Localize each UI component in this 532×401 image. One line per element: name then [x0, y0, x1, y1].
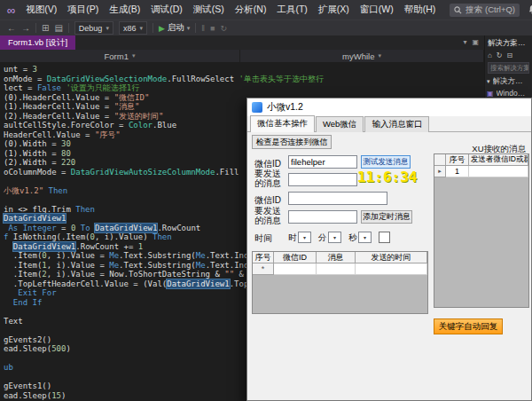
home-icon[interactable]: ⌂	[488, 51, 492, 59]
menu-item[interactable]: 测试(S)	[188, 4, 230, 16]
toolbar-separator	[35, 23, 36, 33]
chevron-down-icon: ▾	[187, 25, 191, 32]
timer-message-label: 要发送的消息	[254, 207, 285, 225]
current-row-marker: ▸	[434, 166, 446, 177]
second-label: 秒	[348, 232, 357, 244]
grid-corner-cell	[434, 154, 446, 166]
column-header-index: 序号	[446, 154, 469, 166]
app-icon	[252, 102, 262, 113]
hour-spinner[interactable]: ▾	[298, 232, 311, 243]
hour-label: 时	[288, 232, 297, 244]
menu-item[interactable]: 工具(T)	[271, 4, 312, 16]
column-header-sendtime: 发送的时间	[356, 252, 427, 263]
wxid-input[interactable]	[288, 155, 357, 169]
menu-item[interactable]: 项目(P)	[62, 4, 104, 16]
keyword-auto-reply-button[interactable]: 关键字自动回复	[434, 318, 503, 334]
menu-item[interactable]: 生成(B)	[104, 4, 145, 16]
menu-items: 视图(V)项目(P)生成(B)调试(D)测试(S)分析(N)工具(T)扩展(X)…	[20, 4, 441, 16]
chevron-expanded-icon: ▾	[487, 78, 490, 85]
navigate-back-icon[interactable]: ←	[7, 23, 16, 33]
chevron-down-icon: ▾	[139, 25, 143, 32]
timer-message-input[interactable]	[288, 210, 357, 224]
tab-form1-designer[interactable]: Form1.vb [设计]	[0, 35, 75, 50]
refresh-icon[interactable]: ↻	[497, 51, 503, 59]
screen: ∞ 视图(V)项目(P)生成(B)调试(D)测试(S)分析(N)工具(T)扩展(…	[0, 0, 532, 401]
app-window: 小微v1.2 微信基本操作 Web微信 输入消息窗口 检查是否连接到微信 微信I…	[246, 98, 532, 401]
menu-item[interactable]: 扩展(X)	[313, 4, 355, 16]
pane-header-mywhile[interactable]: myWhile ▾	[240, 50, 483, 62]
app-tab-page: 检查是否连接到微信 微信ID 测试发送消息 要发送的消息 11:6:34 微信I…	[247, 132, 531, 400]
collapse-all-icon[interactable]: ⊟	[507, 51, 513, 59]
column-header-message: 消息	[317, 252, 356, 263]
start-debugging-button[interactable]: ▶ 启动 ▾	[159, 22, 190, 34]
solution-explorer-search[interactable]: 搜索解决方案资源管理器(Ctrl+;)	[488, 62, 529, 74]
column-header-sender: 发送者微信ID或群	[469, 154, 528, 166]
menu-item[interactable]: 窗口(W)	[355, 4, 399, 16]
chevron-down-icon: ▾	[378, 52, 381, 59]
tab-input-message-window[interactable]: 输入消息窗口	[364, 116, 429, 132]
tab-wechat-basic[interactable]: 微信基本操作	[250, 115, 315, 132]
chevron-down-icon: ▾	[132, 52, 136, 59]
new-row-header: *	[253, 263, 274, 275]
app-title: 小微v1.2	[267, 101, 303, 114]
timer-enable-checkbox[interactable]	[379, 232, 390, 243]
menu-bar: ∞ 视图(V)项目(P)生成(B)调试(D)测试(S)分析(N)工具(T)扩展(…	[0, 0, 532, 20]
time-label: 时间	[254, 232, 272, 245]
menu-item[interactable]: 分析(N)	[230, 4, 272, 16]
second-spinner[interactable]: ▾	[358, 232, 372, 243]
toolbar-separator	[68, 23, 69, 33]
navigate-forward-icon[interactable]: →	[21, 23, 30, 33]
timer-wxid-input[interactable]	[288, 192, 387, 205]
column-header-wxid: 微信ID	[274, 252, 317, 263]
add-timed-message-button[interactable]: 添加定时消息	[361, 210, 412, 224]
vs-logo-icon: ∞	[0, 4, 20, 17]
grid-corner-cell: 序号	[253, 252, 274, 263]
float-window-icon[interactable]: ▣	[472, 38, 479, 46]
received-messages-grid[interactable]: 序号 发送者微信ID或群 ▸ 1	[434, 153, 529, 308]
app-title-bar[interactable]: 小微v1.2	[247, 98, 531, 116]
toolbar-separator	[153, 23, 153, 33]
test-send-button[interactable]: 测试发送消息	[361, 155, 411, 169]
chevron-down-icon: ▾	[106, 25, 109, 32]
message-input[interactable]	[288, 173, 357, 186]
save-icon[interactable]: ▤	[54, 23, 62, 33]
solution-config-dropdown[interactable]: Debug ▾	[74, 21, 113, 35]
search-placeholder: 搜索 (Ctrl+Q)	[466, 4, 515, 16]
pause-icon[interactable]: ‖	[201, 24, 205, 33]
menu-item[interactable]: 调试(D)	[145, 4, 188, 16]
run-label: 启动	[168, 22, 184, 34]
stop-icon[interactable]: ■	[210, 24, 215, 33]
minute-spinner[interactable]: ▾	[328, 232, 341, 243]
solution-explorer-title: 解决方案资源管理器	[485, 35, 532, 51]
search-icon	[454, 6, 462, 14]
app-tab-strip: 微信基本操作 Web微信 输入消息窗口	[247, 116, 531, 132]
scheduled-messages-grid[interactable]: 序号 微信ID 消息 发送的时间 *	[252, 251, 428, 314]
tab-list-chevron-icon[interactable]: ▾	[463, 38, 466, 46]
menu-item[interactable]: 帮助(H)	[399, 4, 442, 16]
tab-web-wechat[interactable]: Web微信	[316, 116, 364, 132]
pane-header-form1[interactable]: Form1 ▾	[0, 50, 240, 62]
standard-toolbar: ← → ⊞ ▤ Debug ▾ x86 ▾ ▶ 启动 ▾ ‖ ■ ↻	[0, 20, 532, 35]
menu-item[interactable]: 视图(V)	[20, 4, 62, 16]
clock-display: 11:6:34	[357, 169, 417, 185]
tree-item-solution[interactable]: ▾ 解决方案"WindowsApp4"	[485, 75, 532, 88]
restart-icon[interactable]: ↻	[221, 24, 228, 33]
table-row[interactable]: ▸ 1	[434, 166, 528, 177]
vb-project-icon: ▣	[487, 90, 494, 98]
quick-search-box[interactable]: 搜索 (Ctrl+Q)	[450, 4, 520, 17]
new-file-icon[interactable]: ⊞	[42, 23, 49, 33]
timer-wxid-label: 微信ID	[254, 194, 281, 207]
platform-dropdown[interactable]: x86 ▾	[119, 21, 147, 35]
check-connection-button[interactable]: 检查是否连接到微信	[252, 135, 332, 149]
toolbar-separator	[195, 23, 196, 33]
minute-label: 分	[318, 232, 327, 244]
document-tab-bar: Form1.vb [设计] ▾ ▣	[0, 35, 532, 50]
play-icon: ▶	[159, 24, 165, 33]
row-index-cell: 1	[446, 166, 469, 177]
notifications-bell-icon[interactable]	[528, 5, 532, 14]
table-row[interactable]: *	[253, 263, 427, 275]
message-label: 要发送的消息	[254, 169, 285, 188]
